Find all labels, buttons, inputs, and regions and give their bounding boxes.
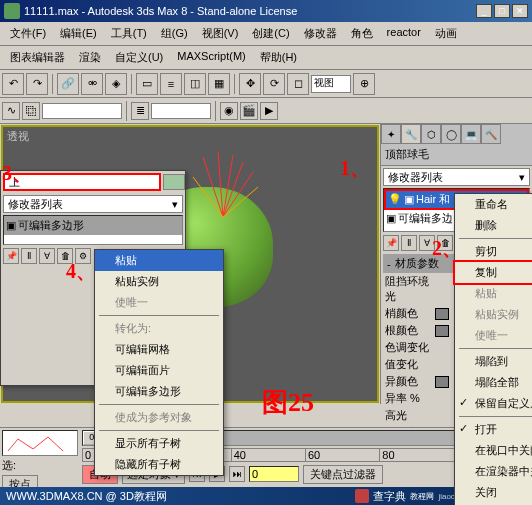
redo-button[interactable]: ↷ [26, 73, 48, 95]
ctx-show-children[interactable]: 显示所有子树 [95, 433, 223, 454]
select-button[interactable]: ▭ [136, 73, 158, 95]
ctx-hide-children[interactable]: 隐藏所有子树 [95, 454, 223, 475]
menu-character[interactable]: 角色 [345, 24, 379, 43]
material-editor-button[interactable]: ◉ [220, 102, 238, 120]
frame-input[interactable] [249, 466, 299, 482]
ctx-editable-mesh[interactable]: 可编辑网格 [95, 339, 223, 360]
hierarchy-tab[interactable]: ⬡ [421, 124, 441, 144]
layers-button[interactable]: ≣ [131, 102, 149, 120]
sel-label: 选: [2, 458, 16, 473]
layer-dropdown[interactable] [151, 103, 211, 119]
key-filter-button[interactable]: 关键点过滤器 [303, 465, 383, 484]
utilities-tab[interactable]: 🔨 [481, 124, 501, 144]
menu-grapheditors[interactable]: 图表编辑器 [4, 48, 71, 67]
remove-button[interactable]: 🗑 [57, 248, 73, 264]
object-name-input[interactable]: 上 [3, 173, 161, 191]
bind-button[interactable]: ◈ [105, 73, 127, 95]
maximize-button[interactable]: □ [494, 4, 510, 18]
ctx-delete[interactable]: 删除 [455, 215, 532, 236]
close-button[interactable]: ✕ [512, 4, 528, 18]
ctx-editable-poly[interactable]: 可编辑多边形 [95, 381, 223, 402]
window-crossing-button[interactable]: ▦ [208, 73, 230, 95]
ctx-collapse-all[interactable]: 塌陷全部 [455, 372, 532, 393]
ctx-paste-instance[interactable]: 粘贴实例 [455, 304, 532, 325]
center-button[interactable]: ⊕ [353, 73, 375, 95]
select-region-button[interactable]: ◫ [184, 73, 206, 95]
menu-create[interactable]: 创建(C) [246, 24, 295, 43]
menu-views[interactable]: 视图(V) [196, 24, 245, 43]
float-modifier-stack[interactable]: ▣ 可编辑多边形 [3, 215, 183, 245]
display-tab[interactable]: 💻 [461, 124, 481, 144]
ctx-cut[interactable]: 剪切 [455, 241, 532, 262]
quick-render-button[interactable]: ▶ [260, 102, 278, 120]
menu-help[interactable]: 帮助(H) [254, 48, 303, 67]
secondary-toolbar: ∿ ⿻ ≣ ◉ 🎬 ▶ [0, 98, 532, 124]
unique-button[interactable]: ∀ [419, 235, 435, 251]
tip-color-swatch[interactable] [435, 308, 449, 320]
ctx-paste[interactable]: 粘贴 [95, 250, 223, 271]
ctx-paste[interactable]: 粘贴 [455, 283, 532, 304]
ctx-make-unique[interactable]: 使唯一 [455, 325, 532, 346]
menu-tools[interactable]: 工具(T) [105, 24, 153, 43]
ctx-open[interactable]: 打开 [455, 419, 532, 440]
minimize-button[interactable]: _ [476, 4, 492, 18]
modifier-list-dropdown[interactable]: 修改器列表 ▾ [383, 168, 530, 186]
ctx-make-reference[interactable]: 使成为参考对象 [95, 407, 223, 428]
next-key-button[interactable]: ⏭ [229, 466, 245, 482]
ctx-close-render[interactable]: 在渲染器中关 [455, 461, 532, 482]
show-end-button[interactable]: Ⅱ [401, 235, 417, 251]
link-button[interactable]: 🔗 [57, 73, 79, 95]
create-tab[interactable]: ✦ [381, 124, 401, 144]
menu-file[interactable]: 文件(F) [4, 24, 52, 43]
expand-icon[interactable]: ▣ [6, 219, 16, 232]
ctx-paste-instance[interactable]: 粘贴实例 [95, 271, 223, 292]
unique-button[interactable]: ∀ [39, 248, 55, 264]
menu-reactor[interactable]: reactor [381, 24, 427, 43]
modify-tab[interactable]: 🔧 [401, 124, 421, 144]
render-scene-button[interactable]: 🎬 [240, 102, 258, 120]
ctx-collapse-to[interactable]: 塌陷到 [455, 351, 532, 372]
object-color-swatch[interactable] [163, 174, 185, 190]
float-modifier-list-dropdown[interactable]: 修改器列表 ▾ [3, 195, 183, 213]
ctx-copy[interactable]: 复制 [453, 260, 532, 285]
undo-button[interactable]: ↶ [2, 73, 24, 95]
remove-button[interactable]: 🗑 [437, 235, 453, 251]
window-titlebar: 11111.max - Autodesk 3ds Max 8 - Stand-a… [0, 0, 532, 22]
motion-tab[interactable]: ◯ [441, 124, 461, 144]
ctx-make-unique[interactable]: 使唯一 [95, 292, 223, 313]
select-name-button[interactable]: ≡ [160, 73, 182, 95]
main-toolbar: ↶ ↷ 🔗 ⚮ ◈ ▭ ≡ ◫ ▦ ✥ ⟳ ◻ 视图 ⊕ [0, 70, 532, 98]
variant-color-swatch[interactable] [435, 376, 449, 388]
pin-button[interactable]: 📌 [3, 248, 19, 264]
menu-customize[interactable]: 自定义(U) [109, 48, 169, 67]
menu-maxscript[interactable]: MAXScript(M) [171, 48, 251, 67]
ctx-rename[interactable]: 重命名 [455, 194, 532, 215]
lightbulb-icon[interactable]: 💡 [388, 193, 402, 206]
show-button[interactable]: Ⅱ [21, 248, 37, 264]
ctx-close-viewport[interactable]: 在视口中关闭 [455, 440, 532, 461]
curve-editor-icon[interactable]: ∿ [2, 102, 20, 120]
menubar-row-1: 文件(F) 编辑(E) 工具(T) 组(G) 视图(V) 创建(C) 修改器 角… [0, 22, 532, 46]
ctx-close[interactable]: 关闭 [455, 482, 532, 503]
menu-edit[interactable]: 编辑(E) [54, 24, 103, 43]
schematic-icon[interactable]: ⿻ [22, 102, 40, 120]
config-button[interactable]: ⚙ [75, 248, 91, 264]
menu-render[interactable]: 渲染 [73, 48, 107, 67]
pin-stack-button[interactable]: 📌 [383, 235, 399, 251]
expand-icon[interactable]: ▣ [404, 193, 414, 206]
rotate-button[interactable]: ⟳ [263, 73, 285, 95]
menu-animation[interactable]: 动画 [429, 24, 463, 43]
mini-curve-view[interactable]: 选: 按点 [0, 428, 80, 487]
menu-modifiers[interactable]: 修改器 [298, 24, 343, 43]
root-color-swatch[interactable] [435, 325, 449, 337]
object-name-label: 顶部球毛 [381, 144, 532, 166]
move-button[interactable]: ✥ [239, 73, 261, 95]
named-selection-dropdown[interactable] [42, 103, 122, 119]
ctx-preserve-custom[interactable]: 保留自定义属 [455, 393, 532, 414]
menu-group[interactable]: 组(G) [155, 24, 194, 43]
refcoord-dropdown[interactable]: 视图 [311, 75, 351, 93]
scale-button[interactable]: ◻ [287, 73, 309, 95]
expand-icon[interactable]: ▣ [386, 212, 396, 225]
ctx-editable-patch[interactable]: 可编辑面片 [95, 360, 223, 381]
unlink-button[interactable]: ⚮ [81, 73, 103, 95]
